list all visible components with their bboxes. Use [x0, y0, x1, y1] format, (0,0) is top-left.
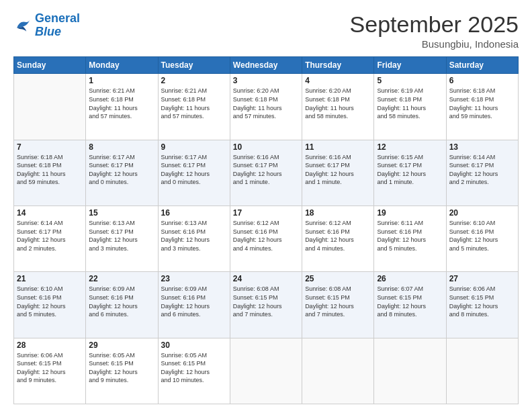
day-info: Sunrise: 6:06 AMSunset: 6:15 PMDaylight:… — [449, 285, 515, 318]
calendar-week-5: 28Sunrise: 6:06 AMSunset: 6:15 PMDayligh… — [14, 338, 519, 404]
header: General Blue September 2025 Busungbiu, I… — [13, 12, 519, 50]
day-info: Sunrise: 6:10 AMSunset: 6:16 PMDaylight:… — [449, 219, 515, 253]
day-number: 27 — [449, 274, 515, 283]
calendar-cell: 30Sunrise: 6:05 AMSunset: 6:15 PMDayligh… — [158, 338, 230, 404]
calendar-cell: 18Sunrise: 6:12 AMSunset: 6:16 PMDayligh… — [302, 206, 374, 272]
day-number: 6 — [449, 76, 515, 85]
month-title: September 2025 — [350, 12, 519, 37]
col-monday: Monday — [86, 57, 158, 74]
day-info: Sunrise: 6:18 AMSunset: 6:18 PMDaylight:… — [17, 153, 83, 187]
day-number: 30 — [161, 340, 227, 350]
col-wednesday: Wednesday — [230, 57, 302, 74]
location-subtitle: Busungbiu, Indonesia — [350, 38, 519, 50]
col-friday: Friday — [374, 57, 446, 74]
day-info: Sunrise: 6:14 AMSunset: 6:17 PMDaylight:… — [17, 219, 83, 253]
day-info: Sunrise: 6:10 AMSunset: 6:16 PMDaylight:… — [17, 285, 83, 318]
day-info: Sunrise: 6:07 AMSunset: 6:15 PMDaylight:… — [377, 285, 443, 318]
calendar-cell — [302, 338, 374, 404]
calendar-cell: 10Sunrise: 6:16 AMSunset: 6:17 PMDayligh… — [230, 140, 302, 205]
calendar-cell: 9Sunrise: 6:17 AMSunset: 6:17 PMDaylight… — [158, 140, 230, 205]
day-number: 12 — [377, 142, 443, 152]
calendar-cell: 6Sunrise: 6:18 AMSunset: 6:18 PMDaylight… — [446, 74, 518, 140]
calendar-cell: 25Sunrise: 6:08 AMSunset: 6:15 PMDayligh… — [302, 272, 374, 338]
calendar-week-1: 1Sunrise: 6:21 AMSunset: 6:18 PMDaylight… — [14, 74, 519, 140]
day-number: 18 — [305, 208, 371, 218]
day-info: Sunrise: 6:05 AMSunset: 6:15 PMDaylight:… — [161, 351, 227, 385]
calendar-cell: 1Sunrise: 6:21 AMSunset: 6:18 PMDaylight… — [86, 74, 158, 140]
day-number: 8 — [89, 142, 154, 152]
col-thursday: Thursday — [302, 57, 374, 74]
calendar-week-4: 21Sunrise: 6:10 AMSunset: 6:16 PMDayligh… — [14, 272, 519, 338]
day-info: Sunrise: 6:17 AMSunset: 6:17 PMDaylight:… — [161, 153, 227, 187]
day-info: Sunrise: 6:06 AMSunset: 6:15 PMDaylight:… — [17, 351, 83, 385]
day-info: Sunrise: 6:12 AMSunset: 6:16 PMDaylight:… — [305, 219, 371, 253]
day-number: 24 — [233, 274, 299, 283]
calendar-cell: 2Sunrise: 6:21 AMSunset: 6:18 PMDaylight… — [158, 74, 230, 140]
day-info: Sunrise: 6:20 AMSunset: 6:18 PMDaylight:… — [233, 87, 299, 120]
calendar-cell — [230, 338, 302, 404]
day-info: Sunrise: 6:16 AMSunset: 6:17 PMDaylight:… — [233, 153, 299, 187]
calendar-week-2: 7Sunrise: 6:18 AMSunset: 6:18 PMDaylight… — [14, 140, 519, 205]
day-number: 17 — [233, 208, 299, 218]
day-number: 20 — [449, 208, 515, 218]
calendar-cell — [374, 338, 446, 404]
day-info: Sunrise: 6:09 AMSunset: 6:16 PMDaylight:… — [89, 285, 154, 318]
calendar-header-row: Sunday Monday Tuesday Wednesday Thursday… — [14, 57, 519, 74]
logo-text: General Blue — [35, 12, 80, 39]
day-info: Sunrise: 6:21 AMSunset: 6:18 PMDaylight:… — [89, 87, 154, 120]
day-info: Sunrise: 6:19 AMSunset: 6:18 PMDaylight:… — [377, 87, 443, 120]
calendar-cell: 12Sunrise: 6:15 AMSunset: 6:17 PMDayligh… — [374, 140, 446, 205]
day-number: 7 — [17, 142, 83, 152]
calendar-cell: 28Sunrise: 6:06 AMSunset: 6:15 PMDayligh… — [14, 338, 86, 404]
day-number: 25 — [305, 274, 371, 283]
day-number: 26 — [377, 274, 443, 283]
day-number: 13 — [449, 142, 515, 152]
calendar-cell: 17Sunrise: 6:12 AMSunset: 6:16 PMDayligh… — [230, 206, 302, 272]
calendar-cell: 13Sunrise: 6:14 AMSunset: 6:17 PMDayligh… — [446, 140, 518, 205]
day-info: Sunrise: 6:13 AMSunset: 6:16 PMDaylight:… — [161, 219, 227, 253]
day-number: 22 — [89, 274, 154, 283]
day-info: Sunrise: 6:11 AMSunset: 6:16 PMDaylight:… — [377, 219, 443, 253]
calendar-cell — [14, 74, 86, 140]
day-number: 21 — [17, 274, 83, 283]
calendar-cell: 7Sunrise: 6:18 AMSunset: 6:18 PMDaylight… — [14, 140, 86, 205]
day-number: 15 — [89, 208, 154, 218]
day-number: 9 — [161, 142, 227, 152]
title-block: September 2025 Busungbiu, Indonesia — [350, 12, 519, 50]
day-number: 5 — [377, 76, 443, 85]
day-info: Sunrise: 6:08 AMSunset: 6:15 PMDaylight:… — [233, 285, 299, 318]
day-number: 3 — [233, 76, 299, 85]
day-info: Sunrise: 6:09 AMSunset: 6:16 PMDaylight:… — [161, 285, 227, 318]
calendar-cell: 11Sunrise: 6:16 AMSunset: 6:17 PMDayligh… — [302, 140, 374, 205]
calendar-cell: 26Sunrise: 6:07 AMSunset: 6:15 PMDayligh… — [374, 272, 446, 338]
day-info: Sunrise: 6:18 AMSunset: 6:18 PMDaylight:… — [449, 87, 515, 120]
day-number: 28 — [17, 340, 83, 350]
logo: General Blue — [13, 12, 80, 39]
day-number: 10 — [233, 142, 299, 152]
day-number: 4 — [305, 76, 371, 85]
day-info: Sunrise: 6:20 AMSunset: 6:18 PMDaylight:… — [305, 87, 371, 120]
calendar-cell: 3Sunrise: 6:20 AMSunset: 6:18 PMDaylight… — [230, 74, 302, 140]
col-tuesday: Tuesday — [158, 57, 230, 74]
day-info: Sunrise: 6:13 AMSunset: 6:17 PMDaylight:… — [89, 219, 154, 253]
calendar-cell: 16Sunrise: 6:13 AMSunset: 6:16 PMDayligh… — [158, 206, 230, 272]
day-info: Sunrise: 6:05 AMSunset: 6:15 PMDaylight:… — [89, 351, 154, 385]
day-info: Sunrise: 6:08 AMSunset: 6:15 PMDaylight:… — [305, 285, 371, 318]
calendar-cell: 23Sunrise: 6:09 AMSunset: 6:16 PMDayligh… — [158, 272, 230, 338]
calendar-cell: 5Sunrise: 6:19 AMSunset: 6:18 PMDaylight… — [374, 74, 446, 140]
day-info: Sunrise: 6:17 AMSunset: 6:17 PMDaylight:… — [89, 153, 154, 187]
day-number: 19 — [377, 208, 443, 218]
page: General Blue September 2025 Busungbiu, I… — [0, 0, 532, 411]
col-saturday: Saturday — [446, 57, 518, 74]
calendar-cell: 20Sunrise: 6:10 AMSunset: 6:16 PMDayligh… — [446, 206, 518, 272]
calendar-week-3: 14Sunrise: 6:14 AMSunset: 6:17 PMDayligh… — [14, 206, 519, 272]
day-number: 11 — [305, 142, 371, 152]
calendar-cell: 8Sunrise: 6:17 AMSunset: 6:17 PMDaylight… — [86, 140, 158, 205]
day-info: Sunrise: 6:21 AMSunset: 6:18 PMDaylight:… — [161, 87, 227, 120]
day-number: 23 — [161, 274, 227, 283]
calendar-cell: 15Sunrise: 6:13 AMSunset: 6:17 PMDayligh… — [86, 206, 158, 272]
calendar-cell: 27Sunrise: 6:06 AMSunset: 6:15 PMDayligh… — [446, 272, 518, 338]
day-number: 2 — [161, 76, 227, 85]
calendar-cell — [446, 338, 518, 404]
calendar-cell: 4Sunrise: 6:20 AMSunset: 6:18 PMDaylight… — [302, 74, 374, 140]
